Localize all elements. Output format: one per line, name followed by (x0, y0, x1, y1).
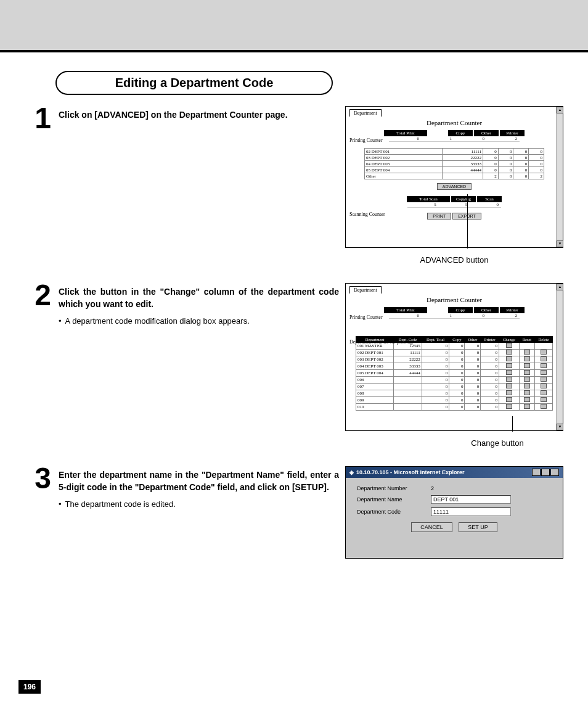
col-copy: Copy (448, 307, 473, 313)
reset-button[interactable] (524, 404, 530, 409)
delete-button[interactable] (541, 397, 547, 402)
scroll-down-icon[interactable]: ▼ (557, 240, 563, 247)
tab-department[interactable]: Department (349, 286, 382, 293)
table-row: 002 DEPT 001111110000 (356, 350, 553, 356)
scroll-up-icon[interactable]: ▲ (557, 284, 563, 290)
table-row: 0100000 (356, 404, 553, 411)
table-row: 02 DEPT 001111110000 (365, 149, 544, 155)
col-header: Printer (481, 337, 499, 343)
col-printer: Printer (500, 307, 525, 313)
table-row: 03 DEPT 002222220000 (365, 155, 544, 161)
step-number-2: 2 (25, 283, 59, 308)
delete-button[interactable] (541, 370, 547, 375)
table-row: 004 DEPT 003333330000 (356, 363, 553, 370)
table-row: 005 DEPT 004444440000 (356, 370, 553, 377)
change-button[interactable] (506, 356, 512, 361)
input-dept-code[interactable] (431, 507, 511, 516)
col-other: Other (474, 307, 499, 313)
change-button[interactable] (506, 370, 512, 375)
table-row: 0070000 (356, 384, 553, 390)
printing-counter-label: Printing Counter (349, 138, 383, 143)
cancel-button[interactable]: CANCEL (411, 522, 452, 532)
sum-copy: 1 (422, 313, 454, 318)
scroll-up-icon[interactable]: ▲ (557, 107, 563, 113)
delete-button[interactable] (541, 363, 547, 368)
callout-line-advanced (467, 194, 468, 248)
change-button[interactable] (506, 363, 512, 368)
col-header: Dept. Total (422, 337, 449, 343)
change-button[interactable] (506, 343, 512, 348)
maximize-icon[interactable] (541, 469, 550, 476)
sum-printer: 2 (487, 313, 520, 318)
label-dept-number: Department Number (357, 485, 431, 491)
reset-button[interactable] (524, 363, 530, 368)
delete-button[interactable] (541, 377, 547, 382)
reset-button[interactable] (524, 370, 530, 375)
col-printer: Printer (500, 130, 525, 136)
close-icon[interactable] (550, 469, 559, 476)
caption-advanced: ADVANCED button (345, 255, 563, 265)
scanning-counter-label: Scanning Counter (349, 211, 385, 217)
label-dept-code: Department Code (357, 509, 431, 515)
delete-button[interactable] (541, 356, 547, 361)
col-header: Delete (535, 337, 553, 343)
label-dept-name: Department Name (357, 496, 431, 503)
caption-change: Change button (345, 438, 563, 448)
reset-button[interactable] (524, 397, 530, 402)
reset-button[interactable] (524, 377, 530, 382)
table-row: Other2002 (365, 173, 544, 179)
change-button[interactable] (506, 384, 512, 388)
table-row: 04 DEPT 003333330000 (365, 161, 544, 167)
setup-button[interactable]: SET UP (459, 522, 497, 532)
col-header: Reset (519, 337, 534, 343)
delete-button[interactable] (541, 404, 547, 409)
scrollbar[interactable]: ▲ ▼ (556, 284, 563, 430)
table-row: 05 DEPT 004444440000 (365, 167, 544, 173)
page-header-band (0, 0, 588, 52)
change-button[interactable] (506, 350, 512, 355)
delete-button[interactable] (541, 350, 547, 355)
table-row: 0090000 (356, 397, 553, 404)
change-button[interactable] (506, 404, 512, 409)
callout-line-change (512, 416, 513, 432)
reset-button[interactable] (524, 356, 530, 361)
step-2-bullet: A department code modification dialog bo… (59, 316, 339, 327)
change-button[interactable] (506, 390, 512, 395)
dept-counter-printing-label: Department counter for printing (349, 339, 412, 345)
table-row: 0060000 (356, 377, 553, 384)
dept-counter-table: 02 DEPT 00111111000003 DEPT 002222220000… (364, 148, 544, 179)
scroll-down-icon[interactable]: ▼ (557, 424, 563, 430)
reset-button[interactable] (524, 350, 530, 355)
print-button[interactable]: PRINT (427, 213, 451, 220)
tab-department[interactable]: Department (349, 109, 382, 117)
advanced-button[interactable]: ADVANCED (437, 183, 472, 190)
minimize-icon[interactable] (532, 469, 541, 476)
ie-icon: ◈ (349, 469, 354, 475)
step-3-text: Enter the department name in the "Depart… (59, 469, 339, 494)
reset-button[interactable] (524, 384, 530, 388)
step-3: 3 Enter the department name in the "Depa… (25, 466, 563, 559)
col-total-print: Total Print (384, 307, 427, 313)
sum-copy: 1 (422, 136, 454, 141)
col-scan: Scan (477, 196, 502, 202)
change-button[interactable] (506, 397, 512, 402)
step-number-1: 1 (25, 106, 59, 131)
col-header: Copy (449, 337, 465, 343)
col-header: Other (465, 337, 481, 343)
table-row: 003 DEPT 002222220000 (356, 356, 553, 363)
table-row: 0080000 (356, 390, 553, 397)
dialog-title: 10.10.70.105 - Microsoft Internet Explor… (356, 469, 465, 475)
reset-button[interactable] (524, 390, 530, 395)
delete-button[interactable] (541, 390, 547, 395)
screenshot-2: ▲ ▼ Department Department Counter Printi… (345, 283, 563, 431)
scan-scan: 0 (470, 202, 501, 207)
change-button[interactable] (506, 377, 512, 382)
col-copy: Copy (448, 130, 473, 136)
delete-button[interactable] (541, 384, 547, 388)
scrollbar[interactable]: ▲ ▼ (556, 107, 563, 247)
input-dept-name[interactable] (431, 495, 511, 504)
dept-detail-table: DepartmentDept. CodeDept. TotalCopyOther… (356, 336, 553, 411)
col-other: Other (474, 130, 499, 136)
printing-counter-label: Printing Counter (349, 314, 383, 320)
section-title-wrap: Editing a Department Code (55, 71, 563, 95)
